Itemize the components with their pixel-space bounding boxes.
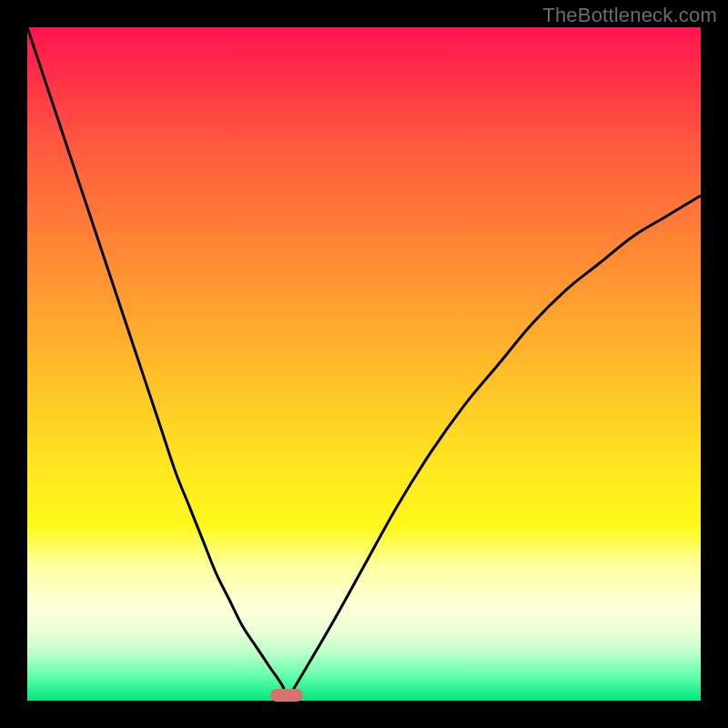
chart-frame: TheBottleneck.com [0,0,728,728]
plot-area [27,27,701,701]
minimum-marker [270,689,303,702]
bottleneck-curve [27,27,701,701]
watermark-text: TheBottleneck.com [542,4,717,27]
